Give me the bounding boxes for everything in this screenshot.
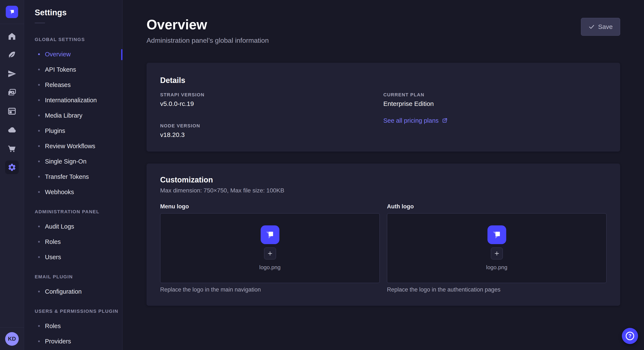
bullet-icon: [38, 161, 40, 162]
sidebar-item-transfer-tokens[interactable]: Transfer Tokens: [24, 169, 122, 184]
details-card-title: Details: [160, 76, 606, 85]
content-manager-icon[interactable]: [5, 104, 19, 118]
bullet-icon: [38, 256, 40, 258]
sidebar-item-label: Releases: [45, 81, 71, 88]
bullet-icon: [38, 226, 40, 227]
sidebar-item-label: Webhooks: [45, 189, 74, 196]
sidebar-item-media-library[interactable]: Media Library: [24, 108, 122, 123]
field-value: v5.0.0-rc.19: [160, 100, 383, 107]
field-value: Enterprise Edition: [383, 100, 606, 107]
field-label: CURRENT PLAN: [383, 92, 606, 98]
workspace-logo-section: [0, 0, 24, 24]
bullet-icon: [38, 191, 40, 193]
sidebar-item-admin-users[interactable]: Users: [24, 249, 122, 265]
section-label: ADMINISTRATION PANEL: [24, 209, 122, 214]
menu-logo-add-button[interactable]: [264, 247, 276, 259]
sidebar-item-label: Roles: [45, 323, 61, 330]
strapi-logo[interactable]: [6, 6, 18, 18]
menu-logo-dropzone[interactable]: logo.png: [160, 213, 380, 283]
details-left-column: STRAPI VERSION v5.0.0-rc.19 NODE VERSION…: [160, 92, 383, 138]
sidebar-item-releases[interactable]: Releases: [24, 77, 122, 93]
sidebar-item-up-roles[interactable]: Roles: [24, 318, 122, 334]
sidebar-item-review-workflows[interactable]: Review Workflows: [24, 138, 122, 154]
bullet-icon: [38, 84, 40, 86]
section-administration-panel: ADMINISTRATION PANEL Audit Logs Roles Us…: [24, 209, 122, 265]
sidebar-item-api-tokens[interactable]: API Tokens: [24, 62, 122, 77]
customization-card-title: Customization: [160, 175, 606, 184]
sidebar-item-label: Single Sign-On: [45, 158, 86, 165]
save-button[interactable]: Save: [581, 18, 620, 36]
check-icon: [588, 24, 595, 30]
sidebar-item-internationalization[interactable]: Internationalization: [24, 93, 122, 108]
rail-user-section: KD: [0, 328, 24, 350]
sidebar-item-admin-roles[interactable]: Roles: [24, 234, 122, 249]
page-subtitle: Administration panel’s global informatio…: [146, 37, 269, 44]
main-content: Overview Administration panel’s global i…: [123, 0, 644, 350]
sidebar-item-plugins[interactable]: Plugins: [24, 123, 122, 138]
menu-logo-filename: logo.png: [260, 264, 281, 271]
bullet-icon: [38, 115, 40, 116]
strapi-version-field: STRAPI VERSION v5.0.0-rc.19: [160, 92, 383, 107]
sidebar-item-audit-logs[interactable]: Audit Logs: [24, 219, 122, 234]
sidebar-item-label: Providers: [45, 338, 71, 345]
plus-icon: [494, 250, 500, 256]
pricing-plans-link[interactable]: See all pricing plans: [383, 117, 448, 124]
sidebar-item-up-providers[interactable]: Providers: [24, 334, 122, 349]
strapi-logo-glyph: [264, 228, 277, 241]
page-title: Overview: [146, 17, 269, 33]
bullet-icon: [38, 241, 40, 243]
subnav-title: Settings: [24, 0, 122, 17]
marketplace-cart-icon[interactable]: [5, 142, 19, 156]
strapi-logo-glyph: [490, 228, 504, 241]
bullet-icon: [38, 145, 40, 147]
details-right-column: CURRENT PLAN Enterprise Edition See all …: [383, 92, 606, 138]
section-label: EMAIL PLUGIN: [24, 274, 122, 280]
sidebar-item-label: API Tokens: [45, 66, 76, 73]
rail-icon-list: [5, 29, 19, 174]
customization-constraints: Max dimension: 750×750, Max file size: 1…: [160, 187, 606, 194]
releases-icon[interactable]: [5, 67, 19, 81]
sidebar-item-label: Plugins: [45, 127, 65, 134]
settings-gear-icon[interactable]: [5, 161, 19, 174]
user-avatar[interactable]: KD: [5, 332, 19, 346]
field-label: STRAPI VERSION: [160, 92, 383, 98]
auth-logo-preview: [488, 225, 506, 244]
cloud-icon[interactable]: [5, 123, 19, 137]
menu-logo-label: Menu logo: [160, 203, 380, 210]
section-email-plugin: EMAIL PLUGIN Configuration: [24, 274, 122, 299]
bullet-icon: [38, 341, 40, 342]
sidebar-item-label: Transfer Tokens: [45, 173, 89, 180]
section-label: USERS & PERMISSIONS PLUGIN: [24, 309, 122, 314]
sidebar-item-label: Review Workflows: [45, 143, 95, 150]
details-card: Details STRAPI VERSION v5.0.0-rc.19 NODE…: [146, 63, 620, 152]
sidebar-item-webhooks[interactable]: Webhooks: [24, 184, 122, 200]
sidebar-item-label: Roles: [45, 238, 61, 245]
content-type-builder-icon[interactable]: [5, 48, 19, 62]
save-button-label: Save: [598, 23, 613, 30]
external-link-icon: [442, 118, 448, 124]
page-header: Overview Administration panel’s global i…: [146, 17, 620, 44]
sidebar-item-label: Overview: [45, 51, 71, 58]
auth-logo-filename: logo.png: [486, 264, 508, 271]
help-button[interactable]: ?: [622, 328, 638, 344]
bullet-icon: [38, 69, 40, 70]
current-plan-field: CURRENT PLAN Enterprise Edition: [383, 92, 606, 107]
sidebar-item-overview[interactable]: Overview: [24, 47, 122, 62]
section-users-permissions-plugin: USERS & PERMISSIONS PLUGIN Roles Provide…: [24, 309, 122, 349]
bullet-icon: [38, 325, 40, 327]
subnav-divider: [35, 23, 45, 23]
sidebar-item-single-sign-on[interactable]: Single Sign-On: [24, 154, 122, 169]
media-library-icon[interactable]: [5, 86, 19, 99]
strapi-logo-glyph: [8, 8, 16, 16]
subnav-sections: GLOBAL SETTINGS Overview API Tokens Rele…: [24, 37, 122, 349]
auth-logo-field: Auth logo logo.png Replace the logo: [387, 203, 606, 293]
bullet-icon: [38, 53, 40, 55]
sidebar-item-email-configuration[interactable]: Configuration: [24, 284, 122, 299]
main-nav-rail: KD: [0, 0, 24, 350]
active-item-indicator: [121, 49, 122, 60]
auth-logo-add-button[interactable]: [491, 247, 503, 259]
customization-card: Customization Max dimension: 750×750, Ma…: [146, 164, 620, 306]
home-icon[interactable]: [5, 29, 19, 43]
auth-logo-dropzone[interactable]: logo.png: [387, 213, 606, 283]
details-grid: STRAPI VERSION v5.0.0-rc.19 NODE VERSION…: [160, 92, 606, 138]
